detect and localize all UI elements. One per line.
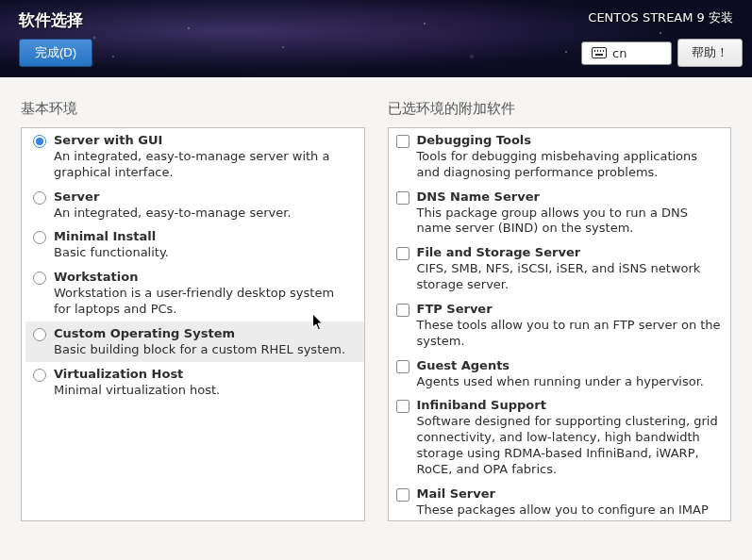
checkbox[interactable] (396, 135, 409, 148)
radio-button[interactable] (33, 272, 46, 285)
radio-button[interactable] (33, 328, 46, 341)
addon-title: FTP Server (417, 302, 722, 318)
addon-row[interactable]: File and Storage ServerCIFS, SMB, NFS, i… (389, 240, 731, 297)
base-env-listbox: Server with GUIAn integrated, easy-to-ma… (21, 127, 365, 521)
env-title: Server with GUI (54, 133, 355, 149)
addon-title: Debugging Tools (417, 133, 722, 149)
done-button[interactable]: 完成(D) (19, 39, 92, 67)
env-desc: An integrated, easy-to-manage server. (54, 206, 355, 222)
addon-desc: Tools for debugging misbehaving applicat… (417, 149, 722, 181)
header-subtitle: CENTOS STREAM 9 安装 (588, 9, 733, 26)
page-title: 软件选择 (19, 9, 83, 31)
base-env-row[interactable]: ServerAn integrated, easy-to-manage serv… (25, 185, 364, 225)
env-desc: An integrated, easy-to-manage server wit… (54, 149, 355, 181)
base-env-row[interactable]: Minimal InstallBasic functionality. (25, 224, 364, 265)
env-title: Minimal Install (54, 229, 355, 245)
help-button[interactable]: 帮助！ (677, 39, 743, 67)
base-env-row[interactable]: Virtualization HostMinimal virtualizatio… (25, 362, 364, 403)
base-env-column: 基本环境 Server with GUIAn integrated, easy-… (21, 100, 365, 521)
addon-desc: These packages allow you to configure an… (417, 502, 722, 521)
addon-title: Guest Agents (417, 358, 722, 374)
addon-row[interactable]: Mail ServerThese packages allow you to c… (389, 482, 731, 521)
addon-title: Infiniband Support (417, 398, 722, 414)
radio-button[interactable] (33, 369, 46, 382)
env-desc: Basic building block for a custom RHEL s… (54, 342, 355, 358)
addon-desc: Software designed for supporting cluster… (417, 414, 722, 478)
keyboard-layout-indicator[interactable]: cn (581, 41, 672, 65)
checkbox[interactable] (396, 400, 409, 413)
checkbox[interactable] (396, 360, 409, 373)
checkbox[interactable] (396, 304, 409, 317)
addon-desc: Agents used when running under a hypervi… (417, 374, 722, 390)
addon-title: DNS Name Server (417, 189, 722, 206)
addon-desc: This package group allows you to run a D… (417, 206, 722, 238)
env-title: Server (54, 189, 355, 206)
env-title: Workstation (54, 270, 355, 286)
checkbox[interactable] (396, 247, 409, 260)
addon-desc: These tools allow you to run an FTP serv… (417, 318, 722, 350)
addon-title: Mail Server (417, 486, 722, 502)
base-env-row[interactable]: Server with GUIAn integrated, easy-to-ma… (25, 128, 364, 185)
addon-row[interactable]: FTP ServerThese tools allow you to run a… (389, 297, 731, 354)
addon-row[interactable]: Debugging ToolsTools for debugging misbe… (389, 128, 731, 185)
radio-button[interactable] (33, 191, 46, 205)
keyboard-layout-label: cn (612, 46, 627, 60)
checkbox[interactable] (396, 488, 409, 502)
addons-column: 已选环境的附加软件 Debugging ToolsTools for debug… (388, 100, 732, 521)
addon-desc: CIFS, SMB, NFS, iSCSI, iSER, and iSNS ne… (417, 261, 722, 293)
addons-heading: 已选环境的附加软件 (388, 100, 732, 118)
base-env-row[interactable]: WorkstationWorkstation is a user-friendl… (25, 265, 364, 321)
addon-row[interactable]: Guest AgentsAgents used when running und… (389, 354, 731, 394)
checkbox[interactable] (396, 191, 409, 205)
env-desc: Workstation is a user-friendly desktop s… (54, 286, 355, 318)
base-env-heading: 基本环境 (21, 100, 365, 118)
keyboard-icon (592, 47, 607, 58)
env-desc: Minimal virtualization host. (54, 383, 355, 399)
env-desc: Basic functionality. (54, 245, 355, 261)
addon-row[interactable]: DNS Name ServerThis package group allows… (389, 185, 731, 241)
env-title: Virtualization Host (54, 367, 355, 383)
env-title: Custom Operating System (54, 326, 355, 342)
addons-listbox: Debugging ToolsTools for debugging misbe… (388, 127, 732, 521)
radio-button[interactable] (33, 135, 46, 148)
addon-title: File and Storage Server (417, 245, 722, 261)
content-area: 基本环境 Server with GUIAn integrated, easy-… (0, 77, 752, 531)
base-env-row[interactable]: Custom Operating SystemBasic building bl… (25, 321, 364, 362)
addon-row[interactable]: Infiniband SupportSoftware designed for … (389, 393, 731, 481)
header-banner: 软件选择 CENTOS STREAM 9 安装 完成(D) cn 帮助！ (0, 0, 752, 77)
radio-button[interactable] (33, 231, 46, 244)
